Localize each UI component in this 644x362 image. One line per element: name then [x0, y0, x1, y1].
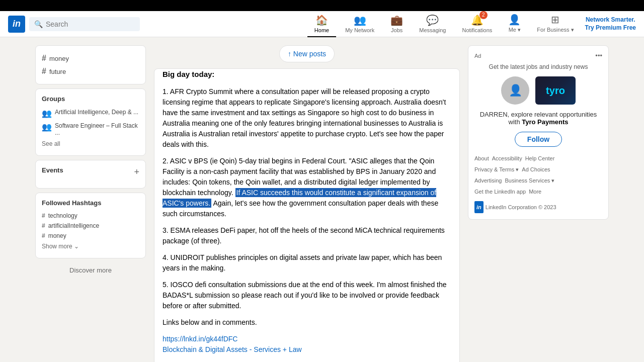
hash-icon: # [42, 232, 45, 239]
ad-description: DARREN, explore relevant opportunities w… [474, 111, 602, 126]
messaging-icon: 💬 [426, 14, 439, 26]
navbar-right: Network Smarter. Try Premium Free [585, 16, 636, 32]
footer-get-app[interactable]: Get the LinkedIn app [474, 186, 526, 197]
post-paragraph-4: 4. UNIDROIT publishes principles on digi… [163, 252, 451, 274]
nav-item-me[interactable]: 👤 Me ▾ [501, 11, 528, 37]
me-icon: 👤 [508, 14, 521, 26]
jobs-icon: 💼 [390, 14, 403, 26]
footer-links: About Accessibility Help Center Privacy … [474, 153, 602, 213]
post-paragraph-5: 5. IOSCO defi consultation submissions d… [163, 280, 451, 311]
my-network-icon: 👥 [354, 14, 366, 26]
events-title: Events [42, 166, 63, 174]
try-premium[interactable]: Network Smarter. Try Premium Free [585, 16, 636, 32]
footer-advertising[interactable]: Advertising [474, 175, 502, 186]
nav-item-notifications[interactable]: 🔔 2 Notifications [455, 11, 499, 37]
hash-icon: # [42, 222, 45, 229]
nav-item-jobs-label: Jobs [391, 27, 403, 33]
premium-line2: Try Premium Free [585, 24, 636, 32]
ad-label: Ad [474, 53, 481, 59]
followed-hashtag-tech-label: technology [48, 212, 77, 219]
ad-header: Ad ••• [474, 52, 602, 59]
ad-logos: 👤 tyro [474, 76, 602, 105]
linkedin-logo[interactable]: in [8, 16, 25, 33]
nav-item-home[interactable]: 🏠 Home [307, 11, 336, 37]
groups-title: Groups [42, 95, 139, 103]
notifications-badge: 2 [479, 11, 488, 19]
nav-item-messaging[interactable]: 💬 Messaging [412, 11, 453, 37]
post-big-day: Big day today: [163, 69, 451, 80]
post-link-1[interactable]: https://lnkd.in/gk44fDFC [163, 335, 237, 343]
nav-item-my-network-label: My Network [345, 27, 374, 33]
nav-item-messaging-label: Messaging [419, 27, 446, 33]
followed-hashtag-money-label: money [48, 232, 66, 239]
hashtag-future[interactable]: # future [42, 65, 139, 78]
nav-item-jobs[interactable]: 💼 Jobs [383, 11, 410, 37]
see-all-groups[interactable]: See all [42, 138, 139, 149]
feed: ↑ New posts Big day today: 1. AFR Crypto… [154, 45, 460, 362]
follow-button[interactable]: Follow [515, 132, 562, 147]
followed-hashtag-ai-label: artificialIntelligence [48, 222, 99, 229]
events-section: Events + [35, 160, 146, 189]
group-item-se[interactable]: 👥 Software Engineer – Full Stack ... [42, 120, 139, 138]
post-links-label: Links below and in comments. [163, 317, 451, 328]
search-box[interactable]: 🔍 [29, 17, 140, 31]
hash-icon: # [42, 67, 46, 76]
hashtags-section: # money # future [35, 45, 146, 84]
ad-body: Get the latest jobs and industry news 👤 … [474, 63, 602, 147]
new-posts-button[interactable]: ↑ New posts [279, 45, 335, 62]
footer-ad-choices[interactable]: Ad Choices [522, 164, 550, 175]
chevron-down-icon: ⌄ [74, 243, 79, 250]
followed-hashtags-title: Followed Hashtags [42, 199, 139, 207]
nav-item-my-network[interactable]: 👥 My Network [338, 11, 381, 37]
group-item-ai[interactable]: 👥 Artificial Intelligence, Deep & ... [42, 107, 139, 120]
hashtag-money-label: money [49, 55, 69, 62]
hashtag-future-label: future [49, 68, 66, 75]
post-body: Big day today: 1. AFR Crypto Summit wher… [154, 69, 459, 361]
tyro-logo: tyro [535, 76, 576, 105]
avatar-icon: 👤 [509, 84, 522, 97]
events-header: Events + [42, 166, 139, 178]
linkedin-footer: in LinkedIn Corporation © 2023 [474, 201, 602, 213]
top-bar [0, 0, 644, 11]
hash-icon: # [42, 54, 46, 63]
right-sidebar: Ad ••• Get the latest jobs and industry … [468, 45, 609, 362]
footer-about[interactable]: About [474, 153, 489, 164]
nav-item-for-business-label: For Business ▾ [537, 27, 574, 33]
nav-item-home-label: Home [314, 27, 329, 33]
hashtag-money[interactable]: # money [42, 52, 139, 65]
post-paragraph-3: 3. ESMA releases DeFi paper, hot off the… [163, 225, 451, 246]
post-paragraph-1: 1. AFR Crypto Summit where a consultatio… [163, 86, 451, 150]
followed-hashtags-section: Followed Hashtags # technology # artific… [35, 193, 146, 258]
copyright: LinkedIn Corporation © 2023 [486, 202, 556, 213]
footer-accessibility[interactable]: Accessibility [492, 153, 522, 164]
premium-line1: Network Smarter. [585, 16, 636, 24]
footer-privacy[interactable]: Privacy & Terms ▾ [474, 164, 519, 175]
followed-hashtag-money[interactable]: # money [42, 231, 139, 241]
show-more-hashtags[interactable]: Show more ⌄ [42, 241, 139, 252]
ad-options-button[interactable]: ••• [595, 52, 602, 59]
ad-card: Ad ••• Get the latest jobs and industry … [468, 45, 609, 220]
linkedin-logo-small: in [474, 201, 484, 213]
post-link-2[interactable]: Blockchain & Digital Assets - Services +… [163, 345, 302, 353]
hash-icon: # [42, 212, 45, 219]
for-business-icon: ⊞ [551, 14, 559, 26]
footer-help-center[interactable]: Help Center [525, 153, 555, 164]
groups-section: Groups 👥 Artificial Intelligence, Deep &… [35, 88, 146, 156]
followed-hashtag-ai[interactable]: # artificialIntelligence [42, 221, 139, 231]
nav-item-for-business[interactable]: ⊞ For Business ▾ [530, 11, 581, 37]
search-icon: 🔍 [34, 20, 43, 28]
group-icon: 👥 [42, 109, 52, 118]
ad-tagline: Get the latest jobs and industry news [474, 63, 602, 70]
group-se-label: Software Engineer – Full Stack ... [55, 122, 139, 136]
add-event-button[interactable]: + [134, 167, 139, 177]
discover-more-button[interactable]: Discover more [35, 262, 146, 278]
search-input[interactable] [46, 20, 135, 28]
nav-center: 🏠 Home 👥 My Network 💼 Jobs 💬 Messaging 🔔… [307, 11, 581, 37]
footer-business-services[interactable]: Business Services ▾ [505, 175, 554, 186]
group-icon: 👥 [42, 122, 52, 132]
navbar: in 🔍 🏠 Home 👥 My Network 💼 Jobs 💬 Messag… [0, 11, 644, 37]
home-icon: 🏠 [315, 14, 328, 26]
footer-more[interactable]: More [529, 186, 541, 197]
followed-hashtag-tech[interactable]: # technology [42, 211, 139, 221]
left-sidebar: # money # future Groups 👥 Artificial Int… [35, 45, 146, 362]
